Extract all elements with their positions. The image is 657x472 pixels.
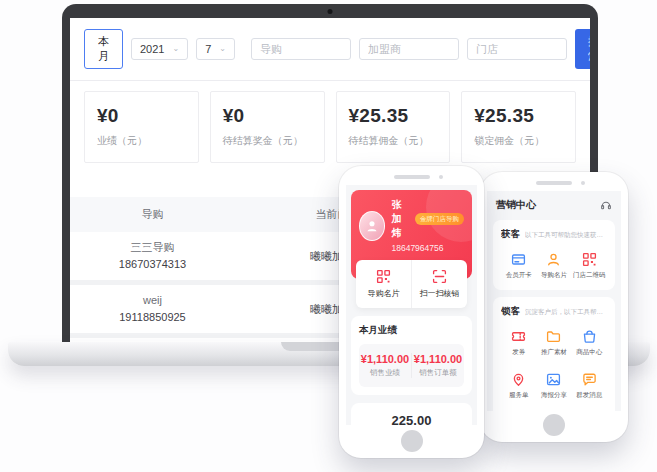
month-performance-card: 本月业绩 ¥1,110.00 销售业绩 ¥1,110.00 销售订单额: [351, 316, 472, 395]
tool-icon: [582, 329, 597, 344]
home-button[interactable]: [543, 414, 565, 436]
marketing-topbar: 营销中心: [487, 191, 621, 216]
month-stat: ¥1,110.00 销售业绩: [359, 353, 411, 378]
month-stat-value: ¥1,110.00: [359, 353, 411, 365]
month-performance-title: 本月业绩: [359, 324, 464, 337]
marketing-landing-mockup: 本月 2021 ⌄ 7 ⌄ 搜索 ¥0: [0, 0, 657, 472]
phone-camera-dot: [439, 175, 443, 179]
guide-phone: 18670374313: [70, 256, 235, 273]
quick-action[interactable]: 导购名片: [356, 260, 411, 308]
guide-cell: weij 19118850925: [70, 292, 235, 326]
stat-label: 业绩（元）: [97, 134, 186, 148]
profile-row: 张加炜 金牌门店导购 18647964756: [359, 198, 464, 253]
section-title: 锁客: [501, 305, 520, 318]
marketing-tools-screen: 营销中心 获客 以下工具可帮助您快速获客，完成获客引流: [487, 191, 621, 411]
guide-cell: 三三导购 18670374313: [70, 239, 235, 273]
commission-card: 225.00 预计提成（元）: [351, 403, 472, 425]
guide-name: weij: [70, 292, 235, 309]
tool-grid: 发券 推广素材 商品中心: [501, 321, 607, 411]
stat-label: 待结算奖金（元）: [223, 134, 312, 148]
tool-icon: [546, 252, 561, 267]
tool-label: 群发消息: [576, 391, 602, 400]
stat-card: ¥0 待结算奖金（元）: [210, 91, 325, 163]
tool-item[interactable]: 种草文章: [536, 407, 571, 411]
tool-item[interactable]: 推广素材: [536, 321, 571, 364]
tool-item[interactable]: 海报分享: [536, 364, 571, 407]
guide-app-phone: 张加炜 金牌门店导购 18647964756 导购名片: [339, 166, 484, 458]
action-label: 导购名片: [368, 288, 400, 299]
tool-icon: [546, 329, 561, 344]
franchisee-search-input[interactable]: [359, 38, 459, 60]
phone-speaker: [394, 175, 430, 179]
month-select-value: 7: [205, 43, 211, 55]
commission-value: 225.00: [359, 413, 464, 425]
tool-label: 门店二维码: [573, 271, 606, 280]
filter-toolbar: 本月 2021 ⌄ 7 ⌄ 搜索: [70, 18, 590, 80]
tool-label: 导购名片: [541, 271, 567, 280]
stat-value: ¥0: [97, 105, 186, 127]
tool-sections: 获客 以下工具可帮助您快速获客，完成获客引流 会员开卡: [487, 220, 621, 411]
guide-app-screen: 张加炜 金牌门店导购 18647964756 导购名片: [346, 185, 477, 425]
tool-item[interactable]: 发券: [501, 321, 536, 364]
tool-label: 推广素材: [541, 348, 567, 357]
tool-item[interactable]: 服务单: [501, 364, 536, 407]
tool-item[interactable]: 导购名片: [536, 244, 571, 287]
month-select[interactable]: 7 ⌄: [196, 38, 235, 60]
column-header-guide: 导购: [70, 207, 235, 222]
tool-label: 发券: [512, 348, 525, 357]
year-select[interactable]: 2021 ⌄: [131, 38, 188, 60]
section-description: 以下工具可帮助您快速获客，完成获客引流: [525, 231, 607, 240]
tool-section-card: 锁客 沉淀客户后，以下工具帮您活跃客户 发券: [493, 297, 615, 411]
tool-icon: [511, 329, 526, 344]
stat-value: ¥25.35: [474, 105, 563, 127]
action-icon: [376, 269, 391, 284]
tool-icon: [582, 252, 597, 267]
level-badge: 金牌门店导购: [415, 213, 464, 225]
user-name: 张加炜: [391, 198, 411, 240]
stat-card: ¥0 业绩（元）: [84, 91, 199, 163]
stat-label: 待结算佣金（元）: [349, 134, 438, 148]
tool-label: 服务单: [509, 391, 529, 400]
action-label: 扫一扫核销: [420, 288, 460, 299]
stat-value: ¥0: [223, 105, 312, 127]
tool-icon: [511, 372, 526, 387]
tool-label: 商品中心: [576, 348, 602, 357]
period-button[interactable]: 本月: [84, 29, 123, 69]
tool-label: 会员开卡: [506, 271, 532, 280]
tool-icon: [546, 372, 561, 387]
month-stat-label: 销售业绩: [359, 368, 411, 378]
section-header: 获客 以下工具可帮助您快速获客，完成获客引流: [501, 228, 607, 241]
section-title: 获客: [501, 228, 520, 241]
chevron-down-icon: ⌄: [172, 45, 179, 53]
section-header: 锁客 沉淀客户后，以下工具帮您活跃客户: [501, 305, 607, 318]
stat-value: ¥25.35: [349, 105, 438, 127]
tool-item[interactable]: 商品中心: [572, 321, 607, 364]
marketing-tools-phone: 营销中心 获客 以下工具可帮助您快速获客，完成获客引流: [480, 172, 628, 442]
tool-item[interactable]: 专题页: [572, 407, 607, 411]
tool-label: 海报分享: [541, 391, 567, 400]
stat-card: ¥25.35 锁定佣金（元）: [461, 91, 576, 163]
stat-card: ¥25.35 待结算佣金（元）: [336, 91, 451, 163]
month-stat: ¥1,110.00 销售订单额: [411, 353, 464, 378]
search-button[interactable]: 搜索: [575, 29, 590, 69]
store-search-input[interactable]: [467, 38, 567, 60]
user-phone: 18647964756: [391, 243, 464, 253]
section-description: 沉淀客户后，以下工具帮您活跃客户: [525, 308, 607, 317]
phone-speaker: [536, 181, 572, 185]
tool-item[interactable]: 门店二维码: [572, 244, 607, 287]
tool-item[interactable]: 会员开卡: [501, 244, 536, 287]
guide-phone: 19118850925: [70, 309, 235, 326]
avatar: [359, 211, 385, 241]
tool-section-card: 获客 以下工具可帮助您快速获客，完成获客引流 会员开卡: [493, 220, 615, 290]
home-button[interactable]: [401, 430, 423, 452]
phone-camera-dot: [581, 181, 585, 185]
month-stat-label: 销售订单额: [412, 368, 464, 378]
guide-search-input[interactable]: [251, 38, 351, 60]
tool-icon: [511, 252, 526, 267]
headset-icon[interactable]: [600, 199, 612, 211]
tool-item[interactable]: 营销活动: [501, 407, 536, 411]
year-select-value: 2021: [140, 43, 164, 55]
quick-action[interactable]: 扫一扫核销: [411, 260, 467, 308]
quick-actions-card: 导购名片 扫一扫核销: [356, 260, 467, 308]
tool-item[interactable]: 群发消息: [572, 364, 607, 407]
